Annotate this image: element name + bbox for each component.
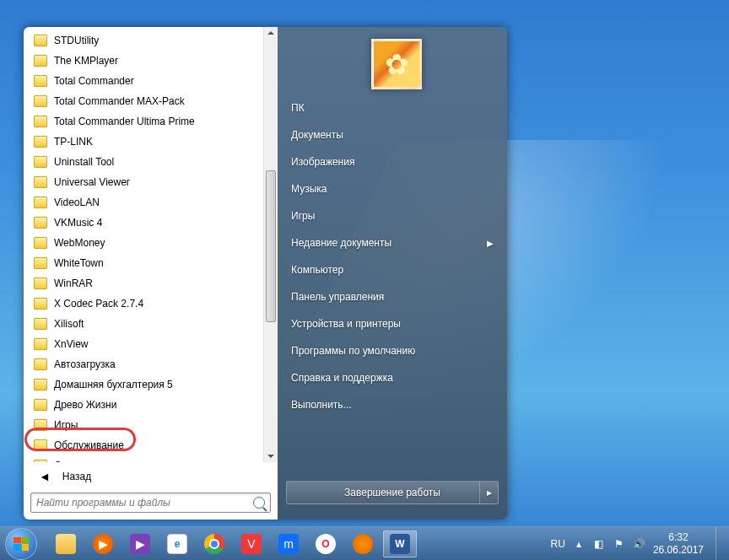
taskbar-firefox[interactable] (346, 530, 380, 557)
program-folder[interactable]: Total Commander Ultima Prime (29, 111, 276, 132)
right-item-pictures[interactable]: Изображения (278, 148, 507, 175)
folder-icon (34, 379, 47, 390)
taskbar-opera[interactable]: O (309, 530, 343, 557)
program-folder[interactable]: Total Commander MAX-Pack (29, 91, 276, 111)
taskbar: ▶ ▶ e V m O W RU ▴ ◧ ⚑ 🔊 6:32 26.06.2017 (0, 526, 729, 560)
word-icon: W (390, 534, 410, 554)
program-folder[interactable]: X Codec Pack 2.7.4 (29, 293, 276, 314)
program-folder[interactable]: Обслуживание (29, 435, 276, 455)
shutdown-options-arrow[interactable]: ▸ (479, 482, 498, 503)
right-item-defaults[interactable]: Программы по умолчанию (278, 337, 507, 364)
tray-clock[interactable]: 6:32 26.06.2017 (653, 531, 704, 556)
tray-time: 6:32 (653, 531, 704, 543)
maxthon-icon: m (278, 534, 299, 554)
search-input[interactable] (36, 497, 253, 509)
right-item-devices[interactable]: Устройства и принтеры (278, 310, 507, 337)
taskbar-word[interactable]: W (383, 530, 417, 557)
taskbar-vivaldi[interactable]: V (235, 530, 268, 557)
back-label: Назад (62, 471, 91, 482)
taskbar-purple[interactable]: ▶ (123, 530, 157, 557)
right-item-music[interactable]: Музыка (278, 175, 507, 202)
show-desktop-button[interactable] (716, 527, 726, 561)
tray-flag-icon[interactable]: ⚑ (613, 537, 626, 551)
right-item-games[interactable]: Игры (278, 202, 507, 229)
right-item-help[interactable]: Справка и поддержка (278, 364, 507, 391)
program-folder[interactable]: WinRAR (29, 273, 276, 293)
firefox-icon (353, 534, 373, 554)
right-item-recent[interactable]: Недавние документы▶ (278, 229, 507, 256)
taskbar-explorer[interactable] (49, 530, 83, 557)
program-label: Древо Жизни (54, 399, 116, 411)
program-label: WinRAR (54, 277, 93, 289)
program-folder[interactable]: Домашняя бухгалтерия 5 (29, 374, 276, 395)
tray-volume-icon[interactable]: 🔊 (633, 537, 646, 551)
folder-icon (34, 95, 47, 107)
program-label: Автозагрузка (54, 358, 116, 370)
scrollbar[interactable] (263, 27, 278, 462)
tray-lang[interactable]: RU (551, 538, 565, 550)
program-folder[interactable]: VideoLAN (29, 192, 276, 213)
taskbar-wmp[interactable]: ▶ (86, 530, 120, 557)
chevron-right-icon: ▶ (487, 239, 494, 248)
tray-app-icon[interactable]: ◧ (592, 537, 606, 551)
start-menu-right-panel: ПК Документы Изображения Музыка Игры Нед… (278, 27, 507, 520)
program-label: Xilisoft (54, 318, 84, 330)
tray-chevron-up-icon[interactable]: ▴ (572, 537, 586, 551)
play-icon: ▶ (130, 534, 150, 554)
right-item-control-panel[interactable]: Панель управления (278, 283, 507, 310)
right-item-run[interactable]: Выполнить... (278, 391, 507, 418)
program-folder[interactable]: Universal Viewer (29, 172, 276, 192)
opera-icon: O (316, 534, 336, 554)
program-folder[interactable]: Древо Жизни (29, 395, 276, 415)
program-label: Total Commander Ultima Prime (54, 116, 195, 127)
folder-icon (34, 318, 47, 330)
program-folder[interactable]: Uninstall Tool (29, 152, 276, 172)
program-folder[interactable]: Игры (29, 415, 276, 435)
program-folder[interactable]: TP-LINK (29, 132, 276, 152)
taskbar-pinned: ▶ ▶ e V m O W (49, 530, 417, 557)
right-item-documents[interactable]: Документы (278, 121, 507, 148)
folder-icon (34, 136, 47, 148)
program-folder[interactable]: Xilisoft (29, 314, 276, 334)
program-label: VKMusic 4 (54, 217, 102, 229)
taskbar-ie[interactable]: e (160, 530, 194, 557)
tray-date: 26.06.2017 (653, 544, 704, 556)
program-folder[interactable]: Стандартные (29, 455, 276, 462)
back-button[interactable]: ◄ Назад (24, 466, 278, 487)
folder-icon (34, 439, 47, 451)
program-label: Universal Viewer (54, 176, 130, 188)
program-folder[interactable]: Автозагрузка (29, 354, 276, 374)
system-tray: RU ▴ ◧ ⚑ 🔊 6:32 26.06.2017 (551, 527, 729, 561)
program-folder[interactable]: XnView (29, 334, 276, 354)
media-player-icon: ▶ (93, 534, 113, 554)
folder-icon (34, 298, 47, 310)
windows-logo-icon (14, 537, 29, 551)
start-button[interactable] (5, 528, 37, 560)
program-label: Стандартные (54, 460, 117, 462)
user-picture[interactable] (371, 39, 422, 89)
right-item-pc[interactable]: ПК (278, 94, 507, 121)
shutdown-button[interactable]: Завершение работы ▸ (286, 481, 499, 504)
folder-icon (34, 176, 47, 188)
program-folder[interactable]: WhiteTown (29, 253, 276, 273)
folder-icon (34, 217, 47, 229)
program-label: Игры (54, 419, 78, 431)
program-folder[interactable]: VKMusic 4 (29, 213, 276, 233)
program-folder[interactable]: WebMoney (29, 233, 276, 253)
scroll-thumb[interactable] (266, 170, 276, 322)
program-folder[interactable]: Total Commander (29, 71, 276, 91)
taskbar-chrome[interactable] (197, 530, 231, 557)
taskbar-maxthon[interactable]: m (272, 530, 305, 557)
program-label: VideoLAN (54, 197, 100, 208)
program-label: TP-LINK (54, 136, 93, 148)
program-label: Total Commander (54, 75, 134, 87)
program-label: The KMPlayer (54, 55, 118, 67)
program-label: WebMoney (54, 237, 105, 249)
right-item-computer[interactable]: Компьютер (278, 256, 507, 283)
folder-icon (34, 197, 47, 208)
program-label: Uninstall Tool (54, 156, 114, 168)
search-box[interactable] (30, 493, 271, 513)
program-folder[interactable]: STDUtility (29, 30, 276, 51)
program-folder[interactable]: The KMPlayer (29, 51, 276, 71)
program-label: STDUtility (54, 35, 99, 46)
